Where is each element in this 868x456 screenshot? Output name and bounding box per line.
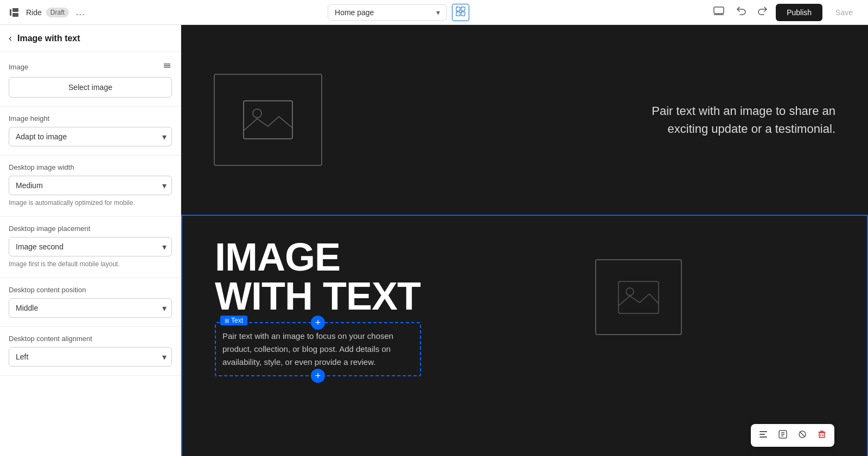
topbar-right: Publish Save xyxy=(710,2,861,23)
selection-tool-button[interactable] xyxy=(452,4,469,21)
page-selector[interactable]: Home page ▾ xyxy=(328,4,447,21)
desktop-image-placement-select-wrapper: Image first Image second ▾ xyxy=(9,237,172,256)
desktop-content-alignment-select-wrapper: Left Center Right ▾ xyxy=(9,347,172,367)
svg-rect-17 xyxy=(760,434,765,435)
desktop-image-width-select[interactable]: Small Medium Large xyxy=(9,176,172,195)
canvas-area: Pair text with an image to share an exci… xyxy=(181,25,868,456)
content-column: IMAGE WITH TEXT ⊞ Text + Pair text with … xyxy=(215,237,421,376)
desktop-image-placement-label: Desktop image placement xyxy=(9,224,172,233)
section2-heading[interactable]: IMAGE WITH TEXT xyxy=(215,237,421,316)
layers-icon[interactable] xyxy=(162,61,172,73)
svg-rect-7 xyxy=(714,7,724,14)
topbar: Ride Draft … Home page ▾ xyxy=(0,0,868,25)
svg-rect-4 xyxy=(461,7,465,11)
chevron-down-icon: ▾ xyxy=(436,8,440,17)
svg-rect-0 xyxy=(10,9,11,16)
desktop-content-position-field: Desktop content position Top Middle Bott… xyxy=(0,278,181,318)
desktop-image-width-field: Desktop image width Small Medium Large ▾ xyxy=(0,156,181,195)
svg-rect-3 xyxy=(456,7,460,11)
svg-rect-12 xyxy=(244,101,292,139)
svg-line-24 xyxy=(800,432,805,437)
svg-rect-2 xyxy=(12,13,18,17)
desktop-image-width-label: Desktop image width xyxy=(9,163,172,171)
sidebar-title: Image with text xyxy=(17,34,80,43)
svg-rect-16 xyxy=(760,431,767,432)
publish-button[interactable]: Publish xyxy=(776,4,822,21)
topbar-left: Ride Draft … xyxy=(7,4,87,20)
desktop-image-placement-select[interactable]: Image first Image second xyxy=(9,237,172,256)
desktop-content-alignment-label: Desktop content alignment xyxy=(9,335,172,343)
canvas-section-2[interactable]: IMAGE WITH TEXT ⊞ Text + Pair text with … xyxy=(181,215,868,456)
sidebar: ‹ Image with text Image Select image Ima… xyxy=(0,25,181,456)
image-label: Image xyxy=(9,61,172,73)
block-delete-button[interactable] xyxy=(815,427,829,444)
main-layout: ‹ Image with text Image Select image Ima… xyxy=(0,25,868,456)
desktop-image-width-select-wrapper: Small Medium Large ▾ xyxy=(9,176,172,195)
svg-rect-5 xyxy=(456,12,460,16)
undo-button[interactable] xyxy=(732,2,750,22)
image-height-field: Image height Adapt to image Small Medium… xyxy=(0,107,181,146)
svg-rect-18 xyxy=(760,436,767,438)
desktop-image-placement-field: Desktop image placement Image first Imag… xyxy=(0,217,181,256)
image-height-label: Image height xyxy=(9,114,172,123)
section2-body-text: Pair text with an image to focus on your… xyxy=(222,330,413,369)
svg-rect-6 xyxy=(461,12,465,16)
text-badge-icon: ⊞ xyxy=(225,318,229,324)
desktop-content-position-select-wrapper: Top Middle Bottom ▾ xyxy=(9,298,172,318)
desktop-content-alignment-field: Desktop content alignment Left Center Ri… xyxy=(0,327,181,367)
svg-rect-1 xyxy=(12,8,18,12)
draft-badge: Draft xyxy=(46,8,69,17)
section1-text: Pair text with an image to share an exci… xyxy=(651,102,835,138)
svg-point-15 xyxy=(626,288,634,296)
image-height-select-wrapper: Adapt to image Small Medium Large ▾ xyxy=(9,127,172,146)
page-selector-label: Home page xyxy=(335,8,374,17)
text-block-wrapper[interactable]: ⊞ Text + Pair text with an image to focu… xyxy=(215,322,421,376)
block-style-button[interactable] xyxy=(776,427,790,444)
more-menu-button[interactable]: … xyxy=(73,4,87,20)
save-button[interactable]: Save xyxy=(827,4,861,21)
block-align-button[interactable] xyxy=(756,427,770,444)
image-section: Image Select image xyxy=(0,52,181,98)
device-preview-button[interactable] xyxy=(710,2,728,23)
desktop-image-placement-hint: Image first is the default mobile layout… xyxy=(0,260,181,269)
app-name: Ride xyxy=(26,8,42,17)
desktop-content-position-label: Desktop content position xyxy=(9,286,172,294)
image-column xyxy=(443,237,834,335)
block-unlink-button[interactable] xyxy=(795,427,809,444)
desktop-content-position-select[interactable]: Top Middle Bottom xyxy=(9,298,172,318)
image-height-select[interactable]: Adapt to image Small Medium Large xyxy=(9,127,172,146)
sidebar-header: ‹ Image with text xyxy=(0,25,181,52)
section2-image-placeholder xyxy=(595,259,682,335)
text-badge: ⊞ Text xyxy=(220,316,247,325)
sidebar-back-button[interactable]: ‹ xyxy=(9,33,12,44)
desktop-image-width-hint: Image is automatically optimized for mob… xyxy=(0,198,181,208)
redo-button[interactable] xyxy=(754,2,771,22)
desktop-content-alignment-select[interactable]: Left Center Right xyxy=(9,347,172,367)
add-block-below-button[interactable]: + xyxy=(311,369,325,383)
svg-rect-25 xyxy=(819,433,825,438)
add-block-above-button[interactable]: + xyxy=(311,316,325,330)
section1-image-placeholder xyxy=(214,74,322,166)
svg-point-13 xyxy=(253,109,261,118)
canvas-section-1[interactable]: Pair text with an image to share an exci… xyxy=(181,25,868,215)
select-image-button[interactable]: Select image xyxy=(9,77,172,98)
block-toolbar xyxy=(751,424,834,447)
heading-line1: IMAGE xyxy=(215,237,421,277)
back-icon[interactable] xyxy=(7,5,22,20)
topbar-center: Home page ▾ xyxy=(92,4,705,21)
heading-line2: WITH TEXT xyxy=(215,277,421,316)
